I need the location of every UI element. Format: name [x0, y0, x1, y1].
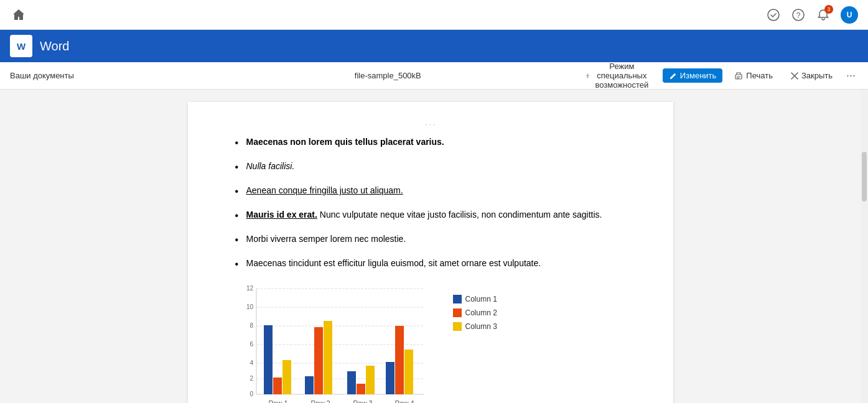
bar-row3-col3 — [366, 366, 375, 394]
print-icon — [734, 71, 744, 81]
chart-wrap: 0 2 4 6 8 10 12 — [231, 282, 443, 403]
document-area: · · · Maecenas non lorem quis tellus pla… — [0, 90, 868, 403]
help-icon[interactable]: ? — [791, 7, 806, 22]
svg-text:6: 6 — [250, 341, 253, 348]
bar-row4-col2 — [395, 326, 404, 394]
legend-item-col2: Column 2 — [453, 308, 497, 317]
svg-rect-6 — [737, 78, 739, 78]
scrollbar[interactable] — [861, 90, 868, 403]
close-button[interactable]: Закрыть — [784, 68, 839, 83]
top-navigation: ? 3 U — [0, 0, 868, 30]
bullet-text-3: Aenean conque fringilla justo ut aliquam… — [246, 185, 403, 195]
legend-label-col1: Column 1 — [465, 295, 497, 303]
svg-text:Row 3: Row 3 — [353, 399, 372, 403]
bar-row1-col1 — [264, 325, 273, 394]
svg-text:?: ? — [796, 11, 801, 20]
bar-row1-col2 — [273, 378, 282, 394]
legend-item-col3: Column 3 — [453, 322, 497, 331]
list-item: Nulla facilisi. — [231, 160, 630, 173]
more-options-icon[interactable]: ··· — [844, 67, 858, 85]
bar-row4-col1 — [386, 362, 394, 394]
scroll-indicator: · · · — [231, 121, 630, 128]
avatar[interactable]: U — [841, 6, 858, 24]
document-page: · · · Maecenas non lorem quis tellus pla… — [188, 102, 673, 403]
bullet-text-4: Mauris id ex erat. Nunc vulputate neque … — [246, 210, 602, 220]
chart-legend: Column 1 Column 2 Column 3 — [453, 282, 497, 331]
home-icon[interactable] — [10, 6, 27, 24]
bullet-list: Maecenas non lorem quis tellus placerat … — [231, 136, 630, 270]
legend-color-col1 — [453, 295, 462, 303]
svg-point-0 — [768, 9, 779, 21]
chart-container: 0 2 4 6 8 10 12 — [231, 282, 630, 403]
my-docs-link[interactable]: Ваши документы — [10, 71, 74, 80]
legend-label-col2: Column 2 — [465, 308, 497, 317]
svg-text:4: 4 — [250, 359, 253, 366]
accessibility-button[interactable]: Режим специальных возможностей — [579, 59, 658, 92]
svg-rect-5 — [737, 76, 740, 77]
legend-item-col1: Column 1 — [453, 295, 497, 303]
legend-color-col2 — [453, 308, 462, 317]
bar-row1-col3 — [282, 360, 291, 394]
legend-label-col3: Column 3 — [465, 322, 497, 331]
svg-text:Row 4: Row 4 — [394, 399, 414, 403]
legend-color-col3 — [453, 322, 462, 331]
app-name: Word — [40, 39, 69, 53]
svg-text:0: 0 — [250, 391, 253, 397]
accessibility-icon — [586, 71, 590, 81]
bullet-text-1: Maecenas non lorem quis tellus placerat … — [246, 137, 444, 147]
list-item: Mauris id ex erat. Nunc vulputate neque … — [231, 208, 630, 221]
bullet-text-5: Morbi viverra semper lorem nec molestie. — [246, 234, 406, 244]
svg-text:2: 2 — [250, 375, 253, 382]
bar-row2-col2 — [314, 327, 323, 394]
file-name: file-sample_500kB — [355, 71, 421, 80]
notification-icon[interactable]: 3 — [816, 7, 831, 22]
svg-point-3 — [587, 73, 589, 75]
svg-text:Row 2: Row 2 — [310, 399, 330, 403]
word-logo-letter: W — [12, 37, 30, 55]
edit-button[interactable]: Изменить — [663, 68, 723, 83]
bar-row2-col3 — [324, 321, 332, 394]
list-item: Morbi viverra semper lorem nec molestie. — [231, 233, 630, 246]
close-icon — [790, 72, 799, 80]
bar-row3-col2 — [357, 384, 365, 394]
bar-row4-col3 — [404, 350, 413, 394]
bullet-text-6: Maecenas tincidunt est efficitur ligula … — [246, 258, 541, 268]
bullet-text-2: Nulla facilisi. — [246, 161, 295, 171]
word-titlebar: W Word — [0, 30, 868, 62]
bar-row2-col1 — [305, 376, 314, 394]
list-item: Aenean conque fringilla justo ut aliquam… — [231, 184, 630, 197]
edit-icon — [669, 72, 678, 80]
document-scroll[interactable]: · · · Maecenas non lorem quis tellus pla… — [0, 90, 861, 403]
svg-text:8: 8 — [250, 322, 253, 329]
toolbar: Ваши документы file-sample_500kB Режим с… — [0, 62, 868, 90]
svg-text:12: 12 — [246, 285, 253, 292]
svg-text:Row 1: Row 1 — [268, 399, 287, 403]
check-circle-icon[interactable] — [766, 7, 781, 22]
print-button[interactable]: Печать — [727, 68, 779, 83]
notification-badge: 3 — [824, 5, 833, 14]
scrollbar-thumb[interactable] — [862, 152, 867, 202]
bar-chart: 0 2 4 6 8 10 12 — [231, 282, 443, 403]
word-logo: W — [10, 35, 32, 57]
svg-text:10: 10 — [246, 303, 253, 310]
bar-row3-col1 — [347, 371, 356, 394]
list-item: Maecenas tincidunt est efficitur ligula … — [231, 257, 630, 270]
list-item: Maecenas non lorem quis tellus placerat … — [231, 136, 630, 149]
